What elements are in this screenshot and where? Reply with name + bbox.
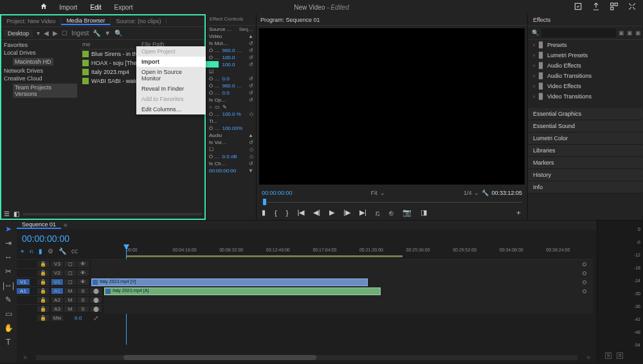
- close-tab-icon[interactable]: ≡: [64, 222, 67, 228]
- tab-media-browser[interactable]: Media Browser: [61, 17, 111, 25]
- ctx-open-source[interactable]: Open In Source Monitor: [136, 67, 206, 84]
- kf-diamond-icon[interactable]: ◇: [249, 154, 253, 159]
- op-value[interactable]: 100.0 %: [222, 111, 240, 117]
- track-lane[interactable]: [104, 305, 593, 314]
- location-dropdown[interactable]: Desktop: [4, 30, 33, 37]
- timeline-timecode[interactable]: 00:00:00:00: [17, 233, 75, 244]
- af-value[interactable]: 0.0: [222, 90, 229, 96]
- scrollbar-thumb[interactable]: [123, 355, 316, 360]
- tab-program[interactable]: Program: Sequence 01: [260, 17, 320, 23]
- tree-network-drives[interactable]: Network Drives: [4, 67, 77, 75]
- fullscreen-icon[interactable]: [628, 2, 637, 12]
- tree-creative-cloud[interactable]: Creative Cloud: [4, 75, 77, 82]
- workspace-icon[interactable]: [610, 2, 619, 12]
- search-icon[interactable]: 🔍: [114, 30, 122, 37]
- checkbox-icon[interactable]: ☐: [62, 30, 68, 37]
- fx-badge-icon[interactable]: ▣: [627, 30, 633, 36]
- add-button-icon[interactable]: ＋: [515, 208, 522, 217]
- chevron-down-icon[interactable]: ⌄: [474, 190, 479, 196]
- tab-sequence[interactable]: Sequence 01: [17, 221, 61, 229]
- pen-tool-icon[interactable]: ✎: [5, 295, 12, 304]
- track-lock-icon[interactable]: 🔒: [37, 288, 49, 294]
- tree-team-projects[interactable]: Team Projects Versions: [13, 84, 77, 98]
- marker-icon[interactable]: ▮: [262, 208, 266, 217]
- effects-folder[interactable]: ›▉Video Transitions: [528, 91, 643, 102]
- wrench-icon[interactable]: 🔧: [93, 30, 100, 37]
- reset-icon[interactable]: ↺: [249, 161, 253, 167]
- comparison-icon[interactable]: ◨: [421, 208, 427, 217]
- tab-effects[interactable]: Effects: [528, 14, 643, 26]
- scroll-handle-icon[interactable]: ○: [586, 354, 590, 361]
- track-solo-icon[interactable]: S: [77, 297, 89, 303]
- level-value[interactable]: 0.0 dB: [222, 154, 237, 159]
- ec-antiflicker[interactable]: Ò …: [209, 90, 219, 96]
- track-record-icon[interactable]: ⬤: [90, 306, 102, 312]
- seq-label[interactable]: Seq…: [239, 26, 253, 32]
- quick-export-icon[interactable]: [574, 2, 583, 12]
- track-lock-icon[interactable]: 🔒: [37, 297, 49, 303]
- rectangle-tool-icon[interactable]: ▭: [5, 309, 12, 318]
- step-back-icon[interactable]: ◀|: [313, 208, 320, 217]
- panel-lumetri-color[interactable]: Lumetri Color: [528, 132, 643, 145]
- playhead-icon[interactable]: [263, 199, 266, 205]
- resolution-dropdown[interactable]: 1/4: [464, 190, 472, 196]
- step-forward-icon[interactable]: |▶: [343, 208, 350, 217]
- track-record-icon[interactable]: ⬤: [90, 288, 102, 294]
- ec-op[interactable]: Ò …: [209, 111, 219, 117]
- share-icon[interactable]: [592, 2, 601, 12]
- tab-project[interactable]: Project: New Video: [1, 18, 61, 24]
- track-label[interactable]: A2: [51, 297, 63, 303]
- keyframe-icon[interactable]: [583, 271, 586, 275]
- kf-play-icon[interactable]: ▲: [248, 132, 253, 138]
- source-patch-a1[interactable]: A1: [17, 288, 30, 294]
- effects-search-input[interactable]: [541, 28, 616, 37]
- track-toggle-icon[interactable]: ◻: [64, 261, 76, 267]
- panel-essential-graphics[interactable]: Essential Graphics: [528, 108, 643, 120]
- lift-icon[interactable]: ⎌: [376, 209, 380, 217]
- menu-import[interactable]: Import: [59, 4, 77, 11]
- track-lane[interactable]: [91, 260, 593, 269]
- chevron-down-icon[interactable]: ⌄: [380, 190, 385, 196]
- track-lock-icon[interactable]: 🔒: [37, 261, 49, 267]
- track-label[interactable]: A1: [51, 288, 63, 294]
- ec-pos[interactable]: Ò …: [209, 48, 219, 53]
- reset-icon[interactable]: ↺: [249, 83, 253, 89]
- home-icon[interactable]: [40, 3, 48, 12]
- ec-timecode[interactable]: 00:00:00:00: [209, 168, 236, 174]
- back-icon[interactable]: ◀: [44, 30, 49, 37]
- tab-effect-controls[interactable]: Effect Controls: [207, 14, 256, 26]
- reset-icon[interactable]: ↺: [249, 41, 253, 46]
- linked-selection-icon[interactable]: ⎌: [30, 248, 33, 255]
- ripple-tool-icon[interactable]: ↔: [5, 253, 12, 262]
- tree-local-drives[interactable]: Local Drives: [4, 49, 77, 57]
- panel-info[interactable]: Info: [528, 181, 643, 194]
- caption-icon[interactable]: cc: [71, 248, 78, 255]
- track-lane[interactable]: [104, 296, 593, 305]
- kf-diamond-icon[interactable]: ◇: [249, 147, 253, 152]
- settings-icon[interactable]: ⚙: [48, 248, 53, 255]
- track-lock-icon[interactable]: 🔒: [37, 279, 49, 285]
- keyframe-icon[interactable]: [583, 280, 586, 284]
- scale-value[interactable]: 100.0: [222, 55, 235, 60]
- track-mute-icon[interactable]: M: [64, 288, 76, 294]
- track-eye-icon[interactable]: 👁: [77, 270, 89, 276]
- reset-icon[interactable]: ↺: [249, 55, 253, 60]
- ctx-import[interactable]: Import: [136, 57, 206, 67]
- track-label[interactable]: V1: [51, 279, 63, 285]
- track-lane[interactable]: Italy 2023.mp4 [V]: [91, 278, 593, 287]
- speed-value[interactable]: 100.00%: [222, 125, 242, 131]
- program-video-view[interactable]: [259, 28, 525, 185]
- track-label[interactable]: Mix: [51, 315, 63, 321]
- list-view-icon[interactable]: ☰: [4, 210, 10, 217]
- track-label[interactable]: V3: [51, 261, 63, 267]
- fx-badge-icon[interactable]: ▣: [635, 30, 641, 36]
- audio-clip[interactable]: Italy 2023.mp4 [A]: [104, 287, 381, 295]
- panel-libraries[interactable]: Libraries: [528, 145, 643, 157]
- track-lock-icon[interactable]: 🔒: [37, 306, 49, 312]
- track-toggle-icon[interactable]: ◻: [64, 270, 76, 276]
- go-to-out-icon[interactable]: ▶|: [359, 208, 367, 217]
- anchor-value[interactable]: 960.0 …: [222, 83, 241, 89]
- ingest-label[interactable]: Ingest: [71, 30, 89, 37]
- slip-tool-icon[interactable]: |↔|: [3, 281, 14, 290]
- ec-opacity[interactable]: fx Op…: [209, 97, 226, 103]
